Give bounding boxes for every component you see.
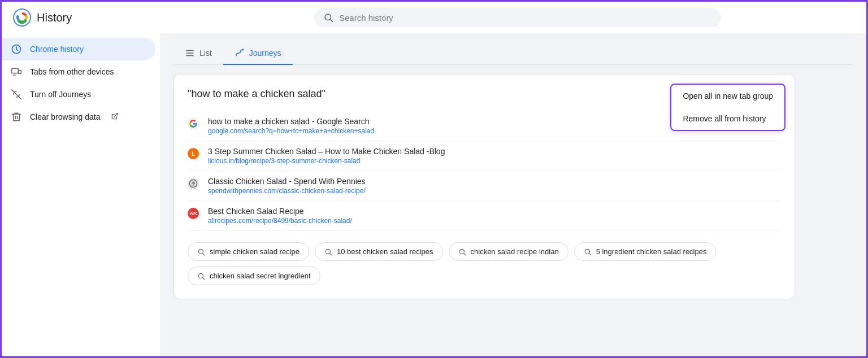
svg-line-11: [114, 113, 117, 116]
chip-label: 10 best chicken salad recipes: [337, 247, 433, 256]
chip-search-icon: [197, 272, 205, 280]
clock-icon: [11, 43, 22, 55]
svg-line-10: [12, 90, 21, 99]
tab-list-label: List: [199, 49, 212, 58]
search-input-wrap: [314, 8, 721, 27]
chip-search-icon: [584, 248, 592, 256]
sidebar-item-tabs-label: Tabs from other devices: [30, 67, 114, 76]
svg-rect-8: [18, 71, 21, 74]
google-favicon: [188, 118, 199, 129]
search-chip-5[interactable]: chicken salad secret ingredient: [188, 267, 320, 285]
chip-label: chicken salad recipe indian: [471, 247, 559, 256]
sidebar-item-turn-off-journeys[interactable]: Turn off Journeys: [2, 83, 155, 106]
sidebar-item-journeys-label: Turn off Journeys: [30, 90, 91, 99]
entry-text: 3 Step Summer Chicken Salad – How to Mak…: [208, 147, 445, 165]
entry-title: Best Chicken Salad Recipe: [208, 207, 352, 216]
tabs-bar: List Journeys: [173, 42, 853, 65]
content-area: List Journeys "how to make a chicken sal…: [160, 33, 866, 358]
sidebar-item-clear-data[interactable]: Clear browsing data: [2, 106, 155, 128]
entry-url[interactable]: spendwithpennies.com/classic-chicken-sal…: [208, 187, 366, 195]
svg-line-20: [330, 253, 332, 255]
svg-line-18: [203, 253, 205, 255]
search-bar: [314, 8, 721, 27]
search-input[interactable]: [339, 13, 712, 23]
sidebar-item-chrome-history[interactable]: Chrome history: [2, 38, 155, 60]
search-icon: [323, 12, 333, 23]
entry-text: Classic Chicken Salad - Spend With Penni…: [208, 177, 366, 195]
logo-area: History: [13, 8, 171, 27]
trash-icon: [11, 111, 22, 123]
sidebar-item-clear-label: Clear browsing data: [30, 112, 101, 121]
history-entry: Classic Chicken Salad - Spend With Penni…: [188, 171, 781, 201]
svg-point-15: [242, 49, 244, 51]
licious-favicon: L: [188, 148, 199, 159]
chip-search-icon: [458, 248, 466, 256]
tab-list[interactable]: List: [173, 42, 223, 65]
search-chip-2[interactable]: 10 best chicken salad recipes: [315, 242, 443, 261]
entry-text: how to make a chicken salad - Google Sea…: [208, 117, 374, 135]
entry-text: Best Chicken Salad Recipe allrecipes.com…: [208, 207, 352, 225]
svg-line-26: [203, 277, 205, 279]
sidebar: Chrome history Tabs from other devices: [2, 33, 160, 358]
chip-search-icon: [324, 248, 332, 256]
chip-label: 5 ingredient chicken salad recipes: [596, 247, 707, 256]
device-icon: [11, 66, 22, 77]
search-chip-3[interactable]: chicken salad recipe indian: [449, 242, 568, 261]
history-entry: AR Best Chicken Salad Recipe allrecipes.…: [188, 201, 781, 231]
list-icon: [185, 48, 195, 58]
pennies-favicon: [188, 178, 199, 189]
entry-title: Classic Chicken Salad - Spend With Penni…: [208, 177, 366, 186]
svg-line-5: [330, 19, 332, 21]
external-link-icon: [111, 112, 119, 122]
sidebar-item-chrome-history-label: Chrome history: [30, 45, 84, 54]
tab-journeys[interactable]: Journeys: [223, 42, 293, 65]
remove-all-history-item[interactable]: Remove all from history: [671, 107, 784, 130]
top-bar: History: [2, 2, 866, 33]
tab-journeys-label: Journeys: [249, 49, 281, 58]
svg-point-2: [19, 15, 25, 21]
context-menu: Open all in new tab group Remove all fro…: [670, 84, 785, 131]
allrecipes-favicon: AR: [188, 208, 199, 219]
chip-search-icon: [197, 248, 205, 256]
entry-title: 3 Step Summer Chicken Salad – How to Mak…: [208, 147, 445, 156]
open-all-tabs-item[interactable]: Open all in new tab group: [671, 85, 784, 107]
sidebar-item-tabs-other[interactable]: Tabs from other devices: [2, 60, 155, 83]
chrome-logo-icon: [13, 8, 31, 27]
entry-url[interactable]: licious.in/blog/recipe/3-step-summer-chi…: [208, 157, 445, 165]
entry-url[interactable]: allrecipes.com/recipe/8499/basic-chicken…: [208, 217, 352, 225]
main-layout: Chrome history Tabs from other devices: [2, 33, 866, 358]
entry-title: how to make a chicken salad - Google Sea…: [208, 117, 374, 126]
svg-line-24: [589, 253, 591, 255]
page-title: History: [37, 11, 72, 24]
journeys-icon: [235, 48, 245, 58]
chip-label: chicken salad secret ingredient: [210, 272, 311, 280]
journey-card: "how to make a chicken salad" Open all i…: [173, 74, 795, 299]
chip-label: simple chicken salad recipe: [210, 247, 300, 256]
journeys-off-icon: [11, 89, 22, 100]
entry-url[interactable]: google.com/search?q=how+to+make+a+chicke…: [208, 127, 374, 135]
svg-line-22: [463, 253, 465, 255]
svg-rect-7: [12, 68, 19, 73]
history-entry: L 3 Step Summer Chicken Salad – How to M…: [188, 141, 781, 171]
search-chip-4[interactable]: 5 ingredient chicken salad recipes: [574, 242, 717, 261]
chips-row: simple chicken salad recipe 10 best chic…: [188, 242, 781, 285]
search-chip-1[interactable]: simple chicken salad recipe: [188, 242, 309, 261]
